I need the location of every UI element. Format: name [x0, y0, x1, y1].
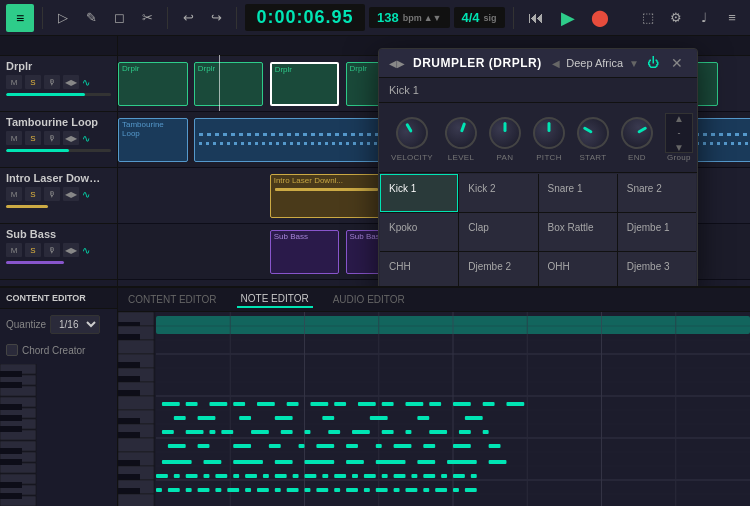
mixer-button[interactable]: ⚙ — [664, 6, 688, 30]
quantize-select[interactable]: 1/16 1/8 1/4 — [50, 315, 100, 334]
svg-rect-78 — [405, 402, 423, 406]
preset-dropdown[interactable]: ▼ — [629, 58, 639, 69]
mute-button-drplr[interactable]: M — [6, 75, 22, 89]
volume-knob-intro[interactable]: ◀▶ — [63, 187, 79, 201]
pattern-tambourine-1[interactable]: Tambourine Loop — [118, 118, 188, 162]
tab-content-editor[interactable]: CONTENT EDITOR — [0, 288, 92, 308]
record-arm-drplr[interactable]: 🎙 — [44, 75, 60, 89]
pad-snare2[interactable]: Snare 2 — [618, 174, 696, 212]
record-button[interactable]: ⬤ — [586, 4, 614, 32]
pad-kpoko[interactable]: Kpoko — [380, 213, 458, 251]
svg-rect-104 — [483, 430, 489, 434]
svg-rect-138 — [322, 474, 328, 478]
solo-button-subbass[interactable]: S — [25, 243, 41, 257]
waveform-icon-subbass: ∿ — [82, 245, 90, 256]
svg-rect-87 — [322, 416, 334, 420]
tab-note[interactable]: NOTE EDITOR — [237, 291, 313, 308]
svg-rect-146 — [441, 474, 447, 478]
pad-djembe1[interactable]: Djembe 1 — [618, 213, 696, 251]
svg-rect-108 — [269, 444, 281, 448]
svg-rect-154 — [227, 488, 239, 492]
pad-kick1[interactable]: Kick 1 — [380, 174, 458, 212]
separator — [513, 7, 514, 29]
eraser-tool-button[interactable]: ◻ — [107, 6, 131, 30]
mute-button-tambourine[interactable]: M — [6, 131, 22, 145]
play-button[interactable]: ▶ — [554, 4, 582, 32]
track-name-subbass: Sub Bass — [6, 228, 106, 240]
pad-grid: Kick 1 Kick 2 Snare 1 Snare 2 Kpoko Clap… — [380, 174, 696, 286]
pad-ohh[interactable]: OHH — [539, 252, 617, 286]
close-button[interactable]: ✕ — [667, 55, 687, 71]
chord-creator-checkbox[interactable] — [6, 344, 18, 356]
start-knob[interactable] — [571, 111, 615, 155]
mute-button-intro[interactable]: M — [6, 187, 22, 201]
piano-roll-body — [118, 312, 750, 506]
preset-left-arrow[interactable]: ◀ — [552, 58, 560, 69]
svg-rect-85 — [239, 416, 251, 420]
settings-button[interactable]: ≡ — [720, 6, 744, 30]
redo-button[interactable]: ↪ — [204, 6, 228, 30]
solo-button-intro[interactable]: S — [25, 187, 41, 201]
pattern-drplr-3[interactable]: Drplr — [270, 62, 340, 106]
pad-djembe3[interactable]: Djembe 3 — [618, 252, 696, 286]
piano-keys-svg — [118, 312, 156, 506]
volume-knob-tambourine[interactable]: ◀▶ — [63, 131, 79, 145]
piano-roll-grid[interactable] — [156, 312, 750, 506]
record-arm-intro[interactable]: 🎙 — [44, 187, 60, 201]
pattern-button[interactable]: ⬚ — [636, 6, 660, 30]
menu-button[interactable]: ≡ — [6, 4, 34, 32]
svg-rect-115 — [453, 444, 471, 448]
solo-button-tambourine[interactable]: S — [25, 131, 41, 145]
record-arm-tambourine[interactable]: 🎙 — [44, 131, 60, 145]
svg-rect-68 — [162, 402, 180, 406]
tab-audio[interactable]: AUDIO EDITOR — [329, 292, 409, 307]
solo-button-drplr[interactable]: S — [25, 75, 41, 89]
svg-rect-18 — [0, 426, 22, 432]
sig-display[interactable]: 4/4 sig — [454, 7, 505, 28]
svg-rect-157 — [275, 488, 281, 492]
mute-button-subbass[interactable]: M — [6, 243, 22, 257]
pad-snare1[interactable]: Snare 1 — [539, 174, 617, 212]
svg-rect-136 — [293, 474, 299, 478]
velocity-knob[interactable] — [390, 111, 434, 155]
pitch-knob[interactable] — [533, 117, 565, 149]
svg-rect-122 — [346, 460, 364, 464]
svg-rect-162 — [346, 488, 358, 492]
pad-chh[interactable]: CHH — [380, 252, 458, 286]
pattern-drplr-2[interactable]: Drplr — [194, 62, 264, 106]
svg-rect-100 — [382, 430, 394, 434]
pattern-subbass[interactable]: Sub Bass — [270, 230, 340, 274]
plugin-button[interactable]: ♩ — [692, 6, 716, 30]
pad-kick2[interactable]: Kick 2 — [459, 174, 537, 212]
svg-rect-19 — [0, 448, 22, 454]
pad-boxrattle[interactable]: Box Rattle — [539, 213, 617, 251]
content-editor-panel: CONTENT EDITOR Quantize 1/16 1/8 1/4 Cho… — [0, 286, 117, 506]
pad-djembe2[interactable]: Djembe 2 — [459, 252, 537, 286]
ruler-spacer — [0, 36, 117, 56]
cut-tool-button[interactable]: ✂ — [135, 6, 159, 30]
volume-knob-drplr[interactable]: ◀▶ — [63, 75, 79, 89]
select-tool-button[interactable]: ▷ — [51, 6, 75, 30]
power-icon[interactable]: ⏻ — [647, 56, 659, 70]
bpm-display[interactable]: 138 bpm ▲▼ — [369, 7, 450, 28]
track-item-subbass: Sub Bass M S 🎙 ◀▶ ∿ — [0, 224, 117, 280]
volume-knob-subbass[interactable]: ◀▶ — [63, 243, 79, 257]
group-up-btn[interactable]: ▲ — [674, 113, 684, 124]
drumpler-header: ◀▶ DRUMPLER (DRPLR) ◀ Deep Africa ▼ ⏻ ✕ — [379, 49, 697, 78]
track-controls-subbass: M S 🎙 ◀▶ ∿ — [6, 243, 111, 257]
svg-rect-99 — [352, 430, 370, 434]
undo-button[interactable]: ↩ — [176, 6, 200, 30]
skip-back-button[interactable]: ⏮ — [522, 4, 550, 32]
arrangement-view: 17 18 19 20 21 22 23 24 — [118, 36, 750, 286]
end-knob[interactable] — [615, 111, 659, 155]
svg-rect-167 — [423, 488, 429, 492]
pencil-tool-button[interactable]: ✎ — [79, 6, 103, 30]
pan-knob[interactable] — [489, 117, 521, 149]
pattern-intro[interactable]: Intro Laser Downl... — [270, 174, 384, 218]
pattern-drplr-1[interactable]: Drplr — [118, 62, 188, 106]
pad-clap[interactable]: Clap — [459, 213, 537, 251]
tab-content[interactable]: CONTENT EDITOR — [124, 292, 221, 307]
level-knob[interactable] — [440, 112, 481, 153]
group-down-btn[interactable]: ▼ — [674, 142, 684, 153]
record-arm-subbass[interactable]: 🎙 — [44, 243, 60, 257]
